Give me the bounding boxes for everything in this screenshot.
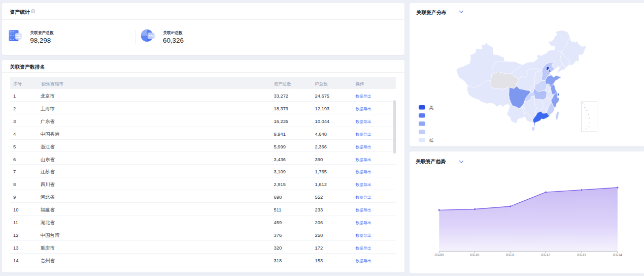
svg-text:03-10: 03-10 xyxy=(470,253,480,257)
svg-text:03-09: 03-09 xyxy=(434,253,444,257)
svg-text:03-12: 03-12 xyxy=(541,253,550,257)
svg-text:03-14: 03-14 xyxy=(613,253,622,257)
svg-text:03-13: 03-13 xyxy=(577,253,586,257)
svg-text:高: 高 xyxy=(429,105,434,110)
svg-text:低: 低 xyxy=(429,138,434,143)
svg-text:03-11: 03-11 xyxy=(506,253,515,257)
